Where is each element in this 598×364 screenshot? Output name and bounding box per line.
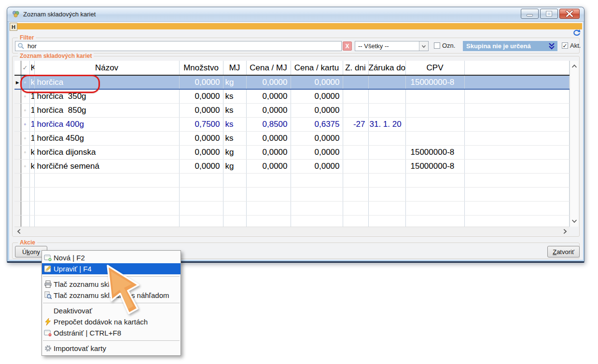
horizontal-scrollbar[interactable] — [14, 227, 570, 235]
scroll-left-icon[interactable] — [15, 228, 23, 235]
search-value: hor — [28, 42, 37, 50]
gear-icon — [44, 344, 54, 352]
menu-item-label: Deaktivovať — [54, 307, 92, 315]
cell-zaruka — [368, 103, 405, 117]
cell-price_unit — [291, 201, 343, 215]
refresh-icon[interactable] — [572, 29, 581, 37]
table-row[interactable]: ◦khorčičné semená0,0000kg0,00000,0000150… — [14, 159, 570, 173]
cell-empty — [464, 201, 570, 215]
row-check-cell: ◦ — [21, 159, 29, 173]
close-button[interactable] — [559, 9, 580, 19]
table-row[interactable]: ◦khorčica dijonska0,0000kg0,00000,000015… — [14, 145, 570, 159]
cell-price_unit: 0,0000 — [291, 145, 343, 159]
table-row[interactable]: ◦1horčica 350g0,0000ks0,00000,0000 — [14, 89, 570, 103]
header-z-dni[interactable]: Z. dni — [343, 61, 368, 75]
cell-qty: 0,0000 — [179, 131, 223, 145]
group-badge[interactable]: Skupina nie je určená — [463, 41, 557, 51]
menu-item[interactable]: Nová | F2 — [42, 252, 181, 263]
no-icon — [44, 307, 54, 315]
cell-price_mj: 0,0000 — [246, 159, 291, 173]
zatvorit-button[interactable]: Zatvoriť — [547, 246, 580, 257]
vertical-scrollbar[interactable] — [570, 61, 578, 227]
tab-h[interactable]: H — [10, 23, 17, 31]
cell-cpv — [405, 89, 464, 103]
header-qty[interactable]: Množstvo — [179, 61, 223, 75]
row-selector-cell — [14, 145, 21, 159]
header-price-unit[interactable]: Cena / kartu — [291, 61, 343, 75]
cell-price_unit — [291, 187, 343, 201]
cell-name: horčica 350g — [34, 89, 179, 103]
cell-name: horčica — [34, 75, 179, 89]
cell-empty — [464, 159, 570, 173]
scroll-right-icon[interactable] — [561, 228, 569, 235]
cell-zaruka — [368, 173, 405, 187]
cell-qty: 0,0000 — [179, 103, 223, 117]
checkbox-ozn[interactable] — [434, 42, 440, 49]
screenshot-page: Zoznam skladových kariet — [0, 0, 598, 364]
table-row[interactable]: ◦1horčica 400g0,7500ks0,85000,6375-2731.… — [14, 117, 570, 131]
cell-code: 1 — [29, 103, 34, 117]
cell-z_dni — [343, 89, 368, 103]
cell-mj: kg — [223, 159, 246, 173]
menu-item[interactable]: Importovať karty — [42, 343, 181, 354]
search-input[interactable]: hor — [15, 41, 342, 51]
cell-zaruka — [368, 75, 405, 89]
cell-qty — [179, 201, 223, 215]
header-price-mj[interactable]: Cena / MJ — [246, 61, 291, 75]
cell-code: k — [29, 75, 34, 89]
stock-card-table: ✓ K Názov Množstvo MJ Cena / MJ Cena / k… — [14, 61, 570, 227]
cell-cpv — [405, 131, 464, 145]
empty-table-row — [14, 215, 570, 227]
clear-filter-button[interactable]: X — [343, 41, 352, 51]
checkbox-akt[interactable]: ✓ — [562, 42, 568, 49]
cell-cpv: 15000000-8 — [405, 145, 464, 159]
actions-group-label: Akcie — [18, 239, 37, 246]
cell-z_dni — [343, 187, 368, 201]
menu-item[interactable]: Prepočet dodávok na kartách — [42, 316, 181, 327]
cell-price_mj — [246, 173, 291, 187]
cell-price_mj: 0,0000 — [246, 145, 291, 159]
menu-item-label: Nová | F2 — [54, 254, 85, 262]
table-row[interactable]: ◦1horčica 850g0,0000ks0,00000,0000 — [14, 103, 570, 117]
cell-mj: ks — [223, 89, 246, 103]
header-mj[interactable]: MJ — [223, 61, 246, 75]
dropdown-button[interactable] — [419, 41, 428, 51]
cell-qty: 0,7500 — [179, 117, 223, 131]
scroll-down-icon[interactable] — [570, 217, 578, 225]
header-cpv[interactable]: CPV — [405, 61, 464, 75]
scroll-up-icon[interactable] — [570, 63, 578, 70]
menu-item-label: Prepočet dodávok na kartách — [54, 318, 148, 326]
row-check-cell: ◦ — [21, 75, 29, 89]
cell-mj: ks — [223, 117, 246, 131]
cell-mj: kg — [223, 75, 246, 89]
header-code[interactable]: K — [29, 61, 34, 75]
cell-qty: 0,0000 — [179, 75, 223, 89]
ozn-label: Ozn. — [442, 42, 455, 49]
delete-card-icon — [44, 329, 54, 337]
maximize-icon — [541, 9, 557, 19]
cell-z_dni: -27 — [343, 117, 368, 131]
cell-code: 1 — [29, 117, 34, 131]
chevron-down-icon — [421, 43, 427, 49]
minimize-button[interactable] — [521, 9, 539, 19]
category-dropdown[interactable]: -- Všetky -- — [355, 41, 429, 51]
header-empty — [464, 61, 570, 75]
new-card-icon — [44, 254, 54, 262]
row-check-cell — [21, 173, 29, 187]
maximize-button[interactable] — [540, 9, 558, 19]
cell-cpv: 15000000-8 — [405, 75, 464, 89]
filter-group-label: Filter — [18, 34, 36, 41]
cell-z_dni — [343, 201, 368, 215]
header-zaruka[interactable]: Záruka do — [368, 61, 405, 75]
lightning-icon — [44, 318, 54, 326]
cell-price_unit: 0,0000 — [291, 159, 343, 173]
cell-code — [29, 215, 34, 227]
cell-code: 1 — [29, 131, 34, 145]
table-row[interactable]: ◦1horčica 450g0,0000ks0,00000,0000 — [14, 131, 570, 145]
table-row[interactable]: ▶◦khorčica0,0000kg0,00000,000015000000-8 — [14, 75, 570, 89]
menu-item[interactable]: Odstrániť | CTRL+F8 — [42, 327, 181, 338]
cell-empty — [464, 103, 570, 117]
header-check[interactable]: ✓ — [21, 61, 29, 75]
row-selector-cell — [14, 187, 21, 201]
header-name[interactable]: Názov — [34, 61, 179, 75]
